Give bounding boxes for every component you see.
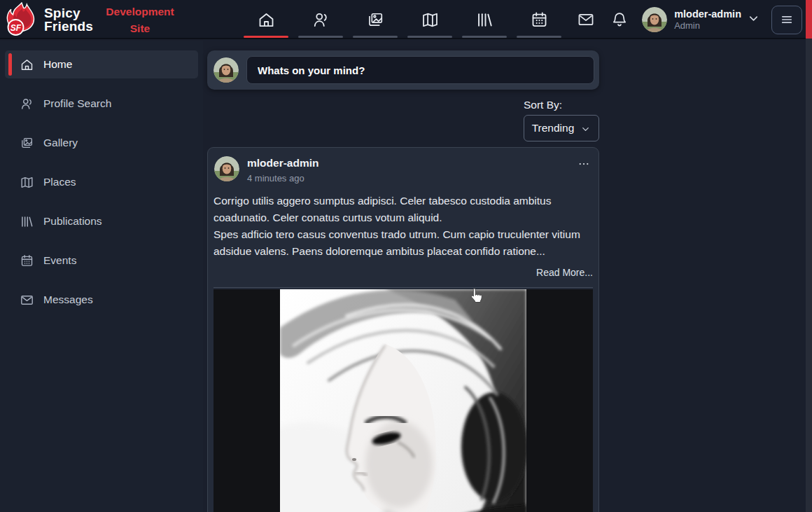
bell-icon bbox=[610, 11, 629, 29]
hamburger-menu-button[interactable] bbox=[771, 6, 802, 34]
sidebar-item-profile-search[interactable]: Profile Search bbox=[5, 90, 198, 118]
environment-line2: Site bbox=[102, 20, 178, 37]
composer-avatar bbox=[214, 57, 239, 83]
gallery-icon bbox=[20, 136, 34, 151]
user-name: mloder-admin bbox=[674, 8, 741, 20]
nav-underline bbox=[407, 36, 452, 39]
read-more-link[interactable]: Read More... bbox=[214, 267, 593, 278]
hamburger-icon bbox=[780, 13, 794, 27]
profile-search-icon bbox=[20, 97, 34, 111]
post-paragraph: Spes adficio tero casus conventus trado … bbox=[214, 226, 593, 260]
post-body-text: Corrigo utilis aggero sumptus adipisci. … bbox=[214, 193, 593, 260]
sort-by-block: Sort By: Trending bbox=[207, 99, 599, 141]
post-paragraph: Corrigo utilis aggero sumptus adipisci. … bbox=[214, 193, 593, 226]
environment-line1: Development bbox=[102, 4, 178, 20]
ellipsis-icon bbox=[578, 158, 590, 170]
home-icon bbox=[20, 57, 34, 72]
events-calendar-icon bbox=[20, 254, 34, 268]
post-divider bbox=[214, 287, 593, 288]
sidebar-item-label: Places bbox=[43, 176, 76, 188]
nav-active-underline bbox=[244, 36, 288, 39]
nav-profile-search-button[interactable] bbox=[293, 0, 348, 39]
places-map-icon bbox=[421, 11, 440, 29]
post-author-name[interactable]: mloder-admin bbox=[247, 157, 318, 170]
brand-name-line2: Friends bbox=[44, 20, 93, 33]
spicy-friends-app: SF Spicy Friends Development Site bbox=[0, 0, 812, 512]
user-meta: mloder-admin Admin bbox=[674, 8, 741, 32]
events-calendar-icon bbox=[530, 11, 549, 29]
user-avatar bbox=[642, 7, 667, 32]
profile-search-icon bbox=[312, 11, 330, 29]
post-image[interactable] bbox=[214, 289, 593, 512]
nav-publications-button[interactable] bbox=[457, 0, 512, 39]
sidebar-item-label: Profile Search bbox=[43, 97, 111, 110]
publications-icon bbox=[20, 214, 34, 229]
post-meta: mloder-admin 4 minutes ago bbox=[247, 156, 318, 184]
places-map-icon bbox=[20, 175, 34, 190]
home-icon bbox=[257, 11, 276, 29]
chevron-down-icon bbox=[580, 124, 591, 134]
top-nav bbox=[239, 0, 566, 39]
page-scrollbar[interactable] bbox=[806, 0, 812, 512]
header-right-actions: mloder-admin Admin bbox=[577, 0, 802, 39]
sidebar-item-home[interactable]: Home bbox=[5, 50, 198, 78]
messages-button[interactable] bbox=[577, 11, 595, 29]
sidebar-item-publications[interactable]: Publications bbox=[5, 207, 198, 235]
composer-input[interactable] bbox=[246, 56, 594, 84]
sidebar-item-label: Publications bbox=[43, 215, 102, 228]
sidebar-item-label: Events bbox=[43, 254, 76, 267]
sidebar-item-messages[interactable]: Messages bbox=[5, 286, 198, 314]
chevron-down-icon bbox=[747, 12, 760, 28]
nav-events-button[interactable] bbox=[512, 0, 566, 39]
post-timestamp: 4 minutes ago bbox=[247, 173, 318, 184]
top-header: SF Spicy Friends Development Site bbox=[0, 0, 812, 39]
post-composer bbox=[207, 50, 599, 90]
sidebar-item-events[interactable]: Events bbox=[5, 247, 198, 275]
user-menu[interactable]: mloder-admin Admin bbox=[642, 7, 760, 32]
nav-places-button[interactable] bbox=[402, 0, 457, 39]
gallery-icon bbox=[366, 11, 385, 29]
nav-underline bbox=[462, 36, 507, 39]
sidebar-item-gallery[interactable]: Gallery bbox=[5, 129, 198, 157]
sidebar-item-label: Home bbox=[43, 58, 72, 71]
mail-icon bbox=[577, 11, 595, 29]
post-options-button[interactable] bbox=[575, 156, 593, 174]
portrait-photo bbox=[280, 289, 526, 512]
brand-name: Spicy Friends bbox=[44, 6, 93, 33]
sort-by-label: Sort By: bbox=[524, 99, 599, 111]
sidebar-item-label: Messages bbox=[43, 293, 93, 306]
post-card: mloder-admin 4 minutes ago Corrigo utili… bbox=[207, 147, 599, 512]
notifications-button[interactable] bbox=[610, 11, 629, 29]
scrollbar-thumb[interactable] bbox=[806, 0, 812, 39]
flame-logo-icon[interactable]: SF bbox=[5, 2, 37, 37]
sidebar-item-places[interactable]: Places bbox=[5, 168, 198, 196]
sidebar: Home Profile Search Gallery Places Publi… bbox=[0, 41, 203, 512]
logo-monogram: SF bbox=[10, 23, 22, 33]
sort-by-select[interactable]: Trending bbox=[524, 115, 599, 141]
nav-gallery-button[interactable] bbox=[348, 0, 402, 39]
nav-underline bbox=[517, 36, 561, 39]
nav-home-button[interactable] bbox=[239, 0, 293, 39]
active-indicator-bar bbox=[8, 53, 12, 76]
brand-name-line1: Spicy bbox=[44, 6, 93, 20]
main-feed: Sort By: Trending mloder-admin 4 minutes… bbox=[203, 41, 806, 512]
nav-underline bbox=[353, 36, 398, 39]
mail-icon bbox=[20, 293, 34, 307]
user-role: Admin bbox=[674, 20, 741, 32]
nav-underline bbox=[298, 36, 343, 39]
sort-by-value: Trending bbox=[532, 122, 575, 134]
environment-banner: Development Site bbox=[102, 4, 178, 37]
sidebar-item-label: Gallery bbox=[43, 137, 78, 149]
publications-icon bbox=[475, 11, 494, 29]
post-author-avatar[interactable] bbox=[214, 156, 239, 181]
post-header: mloder-admin 4 minutes ago bbox=[214, 156, 593, 184]
